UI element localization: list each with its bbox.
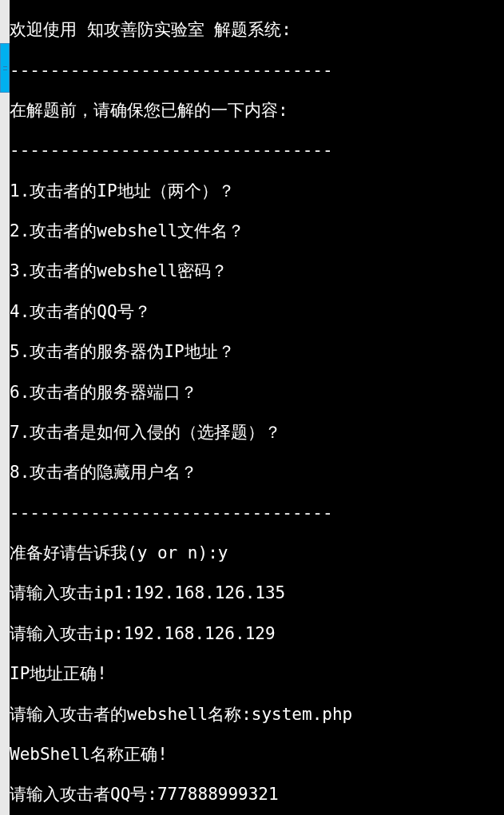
welcome-line: 欢迎使用 知攻善防实验室 解题系统: (10, 20, 504, 40)
ip1-prompt: 请输入攻击ip1: (10, 583, 134, 602)
webshell-correct: WebShell名称正确! (10, 745, 504, 765)
ip-answer: 192.168.126.129 (124, 624, 276, 643)
terminal-output[interactable]: 欢迎使用 知攻善防实验室 解题系统: ---------------------… (10, 0, 504, 815)
ip-prompt: 请输入攻击ip: (10, 624, 124, 643)
ip1-line: 请输入攻击ip1:192.168.126.135 (10, 583, 504, 603)
ip1-answer: 192.168.126.135 (134, 583, 286, 602)
question-7: 7.攻击者是如何入侵的（选择题）？ (10, 423, 504, 443)
question-1: 1.攻击者的IP地址（两个）？ (10, 181, 504, 201)
ready-prompt: 准备好请告诉我(y or n): (10, 543, 218, 563)
question-6: 6.攻击者的服务器端口？ (10, 383, 504, 403)
ready-answer: y (218, 543, 228, 563)
separator: -------------------------------- (10, 503, 504, 523)
webshell-answer: system.php (252, 705, 352, 724)
separator: -------------------------------- (10, 61, 504, 81)
ready-line: 准备好请告诉我(y or n):y (10, 543, 504, 563)
webshell-line: 请输入攻击者的webshell名称:system.php (10, 705, 504, 725)
scrollbar-track[interactable] (0, 0, 10, 815)
ip-correct: IP地址正确! (10, 664, 504, 684)
question-2: 2.攻击者的webshell文件名？ (10, 221, 504, 241)
separator: -------------------------------- (10, 141, 504, 161)
scrollbar-thumb[interactable] (0, 43, 10, 93)
question-8: 8.攻击者的隐藏用户名？ (10, 463, 504, 483)
ip-line: 请输入攻击ip:192.168.126.129 (10, 624, 504, 644)
qq-prompt: 请输入攻击者QQ号: (10, 785, 157, 804)
question-4: 4.攻击者的QQ号？ (10, 302, 504, 322)
qq-line: 请输入攻击者QQ号:777888999321 (10, 785, 504, 805)
question-5: 5.攻击者的服务器伪IP地址？ (10, 342, 504, 362)
qq-answer: 777888999321 (157, 785, 279, 804)
pre-note: 在解题前，请确保您已解的一下内容: (10, 101, 504, 121)
webshell-prompt: 请输入攻击者的webshell名称: (10, 705, 252, 724)
question-3: 3.攻击者的webshell密码？ (10, 261, 504, 281)
